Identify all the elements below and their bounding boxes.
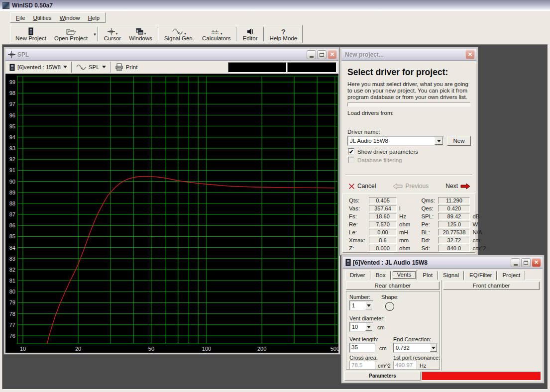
vented-titlebar[interactable]: [6]Vented : JL Audio 15W8 ✕ <box>343 257 543 269</box>
parameter-value: 0.420 <box>438 205 470 212</box>
editor-button[interactable]: Editor <box>238 26 261 42</box>
open-project-button[interactable]: Open Project <box>50 26 92 42</box>
next-button[interactable]: Next <box>445 183 470 190</box>
svg-text:92: 92 <box>9 156 15 162</box>
menu-item-utilities[interactable]: Utilities <box>29 14 56 22</box>
parameter-unit: W <box>472 221 478 227</box>
menu-bar-row: FileUtilitiesWindowHelp <box>0 11 550 24</box>
rear-chamber-header[interactable]: Rear chamber <box>346 282 440 290</box>
vented-window-title: [6]Vented : JL Audio 15W8 <box>353 259 510 266</box>
app-titlebar[interactable]: WinISD 0.50a7 <box>0 0 550 11</box>
menu-item-help[interactable]: Help <box>84 14 104 22</box>
vent-length-label: Vent length: <box>349 336 378 342</box>
svg-text:99: 99 <box>9 79 15 85</box>
chevron-down-icon[interactable] <box>435 137 443 145</box>
parameter-value: 357.64 <box>369 205 397 212</box>
cursor-button[interactable]: ▾Cursor <box>100 26 125 42</box>
svg-text:200: 200 <box>257 346 266 352</box>
vents-tab-content: Rear chamber Number: Shape: 1 Vent diame… <box>344 280 541 371</box>
parameter-label: Qts: <box>349 197 369 203</box>
help-mode-button[interactable]: ?Help Mode <box>266 26 302 42</box>
spl-chart: 7677787980818283848586878889909192939495… <box>5 74 338 353</box>
minimize-button[interactable] <box>307 50 316 59</box>
close-button[interactable]: ✕ <box>465 50 475 59</box>
chevron-down-icon[interactable]: ▾ <box>94 33 96 36</box>
tab-signal[interactable]: Signal <box>438 271 464 280</box>
vent-diameter-value: 10 <box>350 324 365 330</box>
parameter-value: 32.72 <box>438 237 470 244</box>
new-driver-button[interactable]: New <box>447 136 471 146</box>
parameter-value: 8.6 <box>369 237 397 244</box>
close-button[interactable]: ✕ <box>328 50 337 59</box>
maximize-button[interactable] <box>521 258 531 267</box>
windows-label: Windows <box>129 35 152 41</box>
vent-length-input[interactable]: 35 <box>349 343 375 353</box>
print-button[interactable]: Print <box>112 62 141 72</box>
question-icon: ? <box>281 27 286 35</box>
cancel-button[interactable]: Cancel <box>348 183 376 190</box>
chevron-down-icon[interactable] <box>365 323 372 331</box>
toolbar-row: New ProjectOpen Project▾▾Cursor▾Windows▾… <box>0 24 550 44</box>
vent-number-select[interactable]: 1 <box>349 300 373 310</box>
menu-item-file[interactable]: File <box>12 14 29 22</box>
maximize-button[interactable] <box>317 50 327 59</box>
calculators-label: Calculators <box>202 35 231 41</box>
spl-titlebar[interactable]: SPL ✕ <box>5 49 338 61</box>
parameter-row: SPL:89.42dB <box>421 213 486 220</box>
signal-gen-button[interactable]: ▾Signal Gen. <box>160 26 198 42</box>
tab-box[interactable]: Box <box>371 271 391 280</box>
svg-text:95: 95 <box>9 123 15 129</box>
svg-text:81: 81 <box>9 278 15 284</box>
open-folder-icon <box>66 27 76 35</box>
vent-diameter-label: Vent diameter: <box>349 315 385 321</box>
svg-text:80: 80 <box>9 289 15 294</box>
project-selector[interactable]: [6]vented : 15W8 <box>6 63 70 72</box>
graph-type-selector[interactable]: SPL <box>73 63 109 71</box>
parameter-unit: N/A <box>472 229 482 235</box>
driver-name-label: Driver name: <box>347 129 380 135</box>
chevron-down-icon[interactable] <box>430 344 437 352</box>
parameter-label: Xmax: <box>349 237 369 243</box>
svg-text:82: 82 <box>9 267 15 273</box>
end-correction-select[interactable]: 0.732 <box>393 343 438 353</box>
checkbox-checked-icon[interactable]: ✔ <box>348 148 354 155</box>
help-mode-label: Help Mode <box>270 35 298 41</box>
tab-vents[interactable]: Vents <box>391 270 418 280</box>
windows-button[interactable]: ▾Windows <box>125 26 156 42</box>
new-project-titlebar[interactable]: New project... ✕ <box>341 49 476 61</box>
spl-window-title: SPL <box>17 51 306 58</box>
parameter-row: Sd:840.0cm^2 <box>421 245 486 252</box>
new-project-button[interactable]: New Project <box>11 26 50 42</box>
tab-project[interactable]: Project <box>497 271 525 280</box>
tab-driver[interactable]: Driver <box>345 271 370 280</box>
chevron-down-icon <box>102 66 106 70</box>
svg-text:91: 91 <box>9 167 15 173</box>
parameter-label: Sd: <box>421 245 438 251</box>
vent-shape-circle-icon[interactable] <box>385 302 394 311</box>
checkbox-unchecked-icon <box>348 157 354 163</box>
tab-plot[interactable]: Plot <box>418 271 438 280</box>
show-driver-parameters-checkbox[interactable]: ✔ Show driver parameters <box>348 148 418 155</box>
tab-eq-filter[interactable]: EQ/Filter <box>464 271 497 280</box>
vent-diameter-select[interactable]: 10 <box>349 322 373 332</box>
calculators-button[interactable]: ▾Calculators <box>198 26 235 42</box>
chevron-down-icon[interactable] <box>365 301 372 309</box>
parameters-status-cell[interactable]: Parameters <box>344 372 421 381</box>
front-chamber-header[interactable]: Front chamber <box>443 282 540 290</box>
rear-chamber-body: Number: Shape: 1 Vent diameter: 10 cm Ve… <box>346 291 440 370</box>
driver-name-select[interactable]: JL Audio 15W8 <box>347 136 444 146</box>
close-button[interactable]: ✕ <box>532 258 541 267</box>
database-filtering-checkbox: Database filtering <box>348 157 402 163</box>
cross-area-label: Cross area: <box>349 355 378 361</box>
parameter-unit: ohm <box>399 245 410 251</box>
vented-statusbar: Parameters <box>344 372 541 381</box>
toolbar-separator <box>98 27 99 41</box>
print-label: Print <box>126 64 138 70</box>
minimize-button[interactable] <box>511 258 520 267</box>
svg-text:98: 98 <box>9 90 15 96</box>
cancel-x-icon <box>348 183 355 190</box>
parameter-value: 11.290 <box>438 197 470 204</box>
menu-item-window[interactable]: Window <box>56 14 84 22</box>
cursor-readout-frequency <box>228 62 287 73</box>
load-drivers-label: Load drivers from: <box>347 110 394 116</box>
